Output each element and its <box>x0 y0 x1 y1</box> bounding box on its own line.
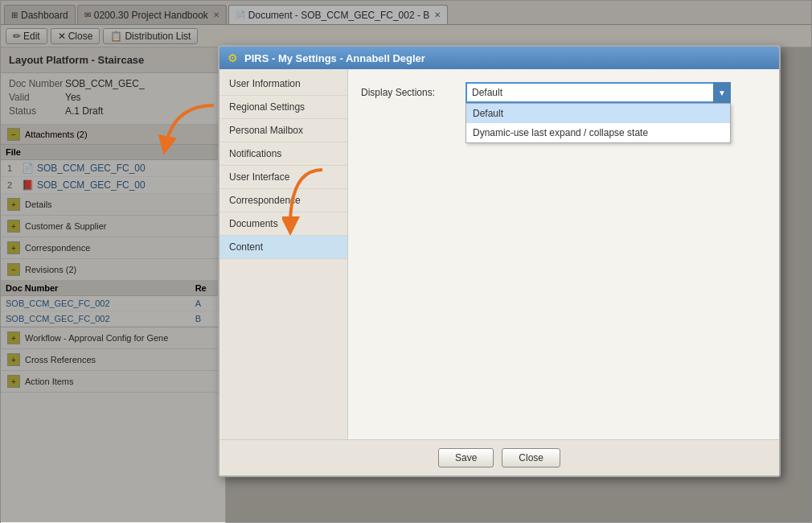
modal-header: ⚙ PIRS - My Settings - Annabell Degler <box>219 47 779 69</box>
modal-close-button[interactable]: Close <box>502 448 560 467</box>
nav-correspondence[interactable]: Correspondence <box>219 189 347 212</box>
selected-option-text: Default <box>472 87 502 98</box>
modal-nav: User Information Regional Settings Perso… <box>219 69 348 439</box>
nav-regional[interactable]: Regional Settings <box>219 96 347 119</box>
display-sections-label: Display Sections: <box>361 87 465 98</box>
modal-body: User Information Regional Settings Perso… <box>219 69 779 439</box>
nav-user-info[interactable]: User Information <box>219 72 347 96</box>
dropdown-arrow-icon[interactable]: ▼ <box>713 82 731 103</box>
dropdown-option-default[interactable]: Default <box>466 104 730 123</box>
display-sections-dropdown-wrapper: Default ▼ Default Dynamic-use last expan… <box>465 82 731 103</box>
nav-notifications[interactable]: Notifications <box>219 142 347 166</box>
dropdown-option-dynamic[interactable]: Dynamic-use last expand / collapse state <box>466 123 730 142</box>
modal-overlay: ⚙ PIRS - My Settings - Annabell Degler U… <box>1 1 811 522</box>
settings-gear-icon: ⚙ <box>228 51 238 64</box>
nav-documents[interactable]: Documents <box>219 212 347 236</box>
display-sections-row: Display Sections: Default ▼ Default Dyna… <box>361 82 766 103</box>
modal-footer: Save Close <box>219 439 779 476</box>
nav-content[interactable]: Content <box>219 236 347 259</box>
nav-mailbox[interactable]: Personal Mailbox <box>219 119 347 142</box>
save-button[interactable]: Save <box>438 448 494 467</box>
modal-content: Display Sections: Default ▼ Default Dyna… <box>348 69 779 439</box>
nav-user-interface[interactable]: User Interface <box>219 166 347 189</box>
settings-modal: ⚙ PIRS - My Settings - Annabell Degler U… <box>218 45 781 477</box>
modal-title: PIRS - My Settings - Annabell Degler <box>244 52 425 64</box>
dropdown-list: Default Dynamic-use last expand / collap… <box>465 103 731 143</box>
browser-window: ⊞ Dashboard ✉ 0200.30 Project Handbook ✕… <box>0 0 812 523</box>
display-sections-select[interactable]: Default <box>465 82 731 103</box>
